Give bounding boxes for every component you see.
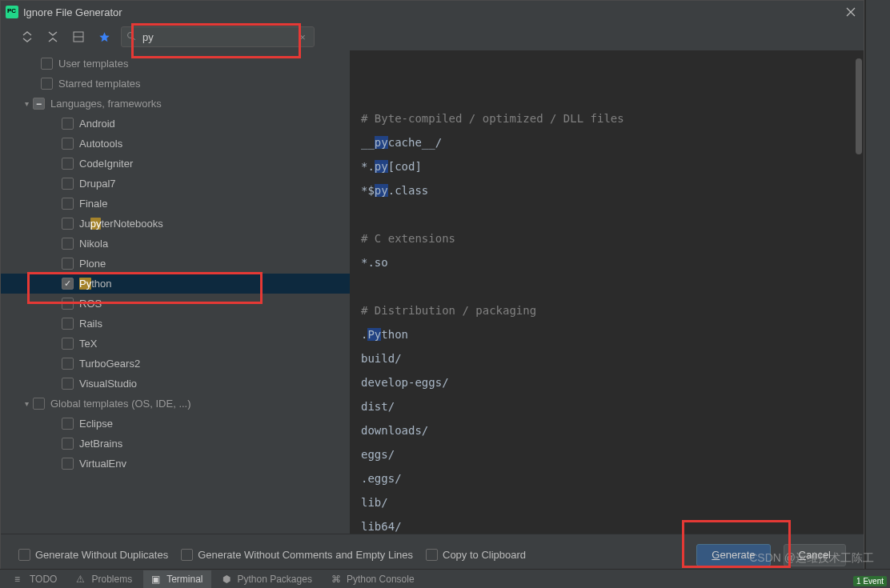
tree-global-group[interactable]: ▾ Global templates (OS, IDE, ...) [1, 394, 350, 414]
checkbox[interactable] [62, 198, 74, 210]
checkbox[interactable] [18, 549, 30, 561]
package-icon: ⬢ [222, 574, 234, 585]
checkbox[interactable] [62, 138, 74, 150]
tree-item[interactable]: TurboGears2 [1, 354, 350, 374]
expand-all-icon[interactable] [18, 28, 36, 46]
gitignore-preview[interactable]: # Byte-compiled / optimized / DLL files_… [350, 50, 864, 534]
tree-item[interactable]: VisualStudio [1, 374, 350, 394]
tree-label: Rails [79, 318, 102, 330]
tree-user-templates[interactable]: User templates [1, 54, 350, 74]
tree-item[interactable]: JupyterNotebooks [1, 214, 350, 234]
tree-label: ROS [79, 298, 102, 310]
template-tree[interactable]: User templates Starred templates ▾ Langu… [1, 50, 350, 534]
search-input[interactable] [142, 31, 296, 43]
main-split: User templates Starred templates ▾ Langu… [1, 50, 864, 534]
tree-item[interactable]: Nikola [1, 234, 350, 254]
window-title: Ignore File Generator [23, 6, 122, 18]
tree-item[interactable]: JetBrains [1, 434, 350, 454]
checkbox[interactable] [33, 98, 45, 110]
tree-label: Drupal7 [79, 178, 116, 190]
tree-item[interactable]: TeX [1, 334, 350, 354]
terminal-icon: ▣ [151, 574, 162, 585]
checkbox[interactable] [62, 178, 74, 190]
checkbox[interactable] [62, 318, 74, 330]
svg-point-2 [128, 33, 134, 38]
clear-search-icon[interactable]: × [296, 31, 309, 43]
opt-without-duplicates[interactable]: Generate Without Duplicates [18, 549, 168, 561]
checkbox[interactable] [181, 549, 193, 561]
titlebar: Ignore File Generator [1, 1, 864, 23]
warning-icon: ⚠ [76, 574, 87, 585]
tree-label: CodeIgniter [79, 158, 133, 170]
event-log-badge[interactable]: 1 Event [853, 576, 887, 586]
tree-label: Languages, frameworks [50, 98, 162, 110]
opt-without-comments[interactable]: Generate Without Comments and Empty Line… [181, 549, 413, 561]
label: Generate Without Comments and Empty Line… [198, 549, 413, 561]
star-icon[interactable] [95, 28, 113, 46]
watermark: CSDN @运维技术工陈工 [749, 551, 874, 566]
tab-todo[interactable]: ≡ TODO [6, 570, 65, 588]
tree-item[interactable]: Eclipse [1, 414, 350, 434]
checkbox[interactable] [33, 398, 45, 410]
tree-item[interactable]: Finale [1, 194, 350, 214]
tree-label: Python [79, 278, 111, 290]
checkbox[interactable] [62, 358, 74, 370]
ignore-file-generator-dialog: Ignore File Generator × Us [0, 0, 864, 576]
collapse-all-icon[interactable] [44, 28, 62, 46]
checkbox[interactable] [62, 278, 74, 290]
checkbox[interactable] [62, 438, 74, 450]
tree-label: TeX [79, 338, 97, 350]
checkbox[interactable] [62, 218, 74, 230]
python-icon: ⌘ [331, 574, 343, 585]
tree-label: Autotools [79, 138, 122, 150]
checkbox[interactable] [62, 298, 74, 310]
tree-label: Starred templates [58, 78, 141, 90]
tree-languages-group[interactable]: ▾ Languages, frameworks [1, 94, 350, 114]
template-search[interactable]: × [121, 26, 315, 47]
tree-label: VisualStudio [79, 378, 137, 390]
tree-item[interactable]: Autotools [1, 134, 350, 154]
scrollbar-thumb[interactable] [856, 58, 862, 154]
tree-label: Eclipse [79, 418, 113, 430]
checkbox[interactable] [426, 549, 438, 561]
toolbar: × [1, 23, 864, 50]
svg-line-3 [133, 38, 135, 40]
tree-label: User templates [58, 58, 128, 70]
list-icon: ≡ [14, 574, 26, 585]
tree-label: Global templates (OS, IDE, ...) [50, 398, 191, 410]
tree-item[interactable]: Rails [1, 314, 350, 334]
tree-label: Finale [79, 198, 107, 210]
tree-item[interactable]: ROS [1, 294, 350, 314]
tree-label: JupyterNotebooks [79, 218, 163, 230]
tree-item[interactable]: Android [1, 114, 350, 134]
tab-terminal[interactable]: ▣ Terminal [143, 570, 210, 588]
checkbox[interactable] [62, 338, 74, 350]
close-icon[interactable] [843, 4, 859, 20]
tree-label: VirtualEnv [79, 458, 126, 470]
checkbox[interactable] [62, 238, 74, 250]
checkbox[interactable] [62, 118, 74, 130]
checkbox[interactable] [62, 378, 74, 390]
tab-python-packages[interactable]: ⬢ Python Packages [214, 570, 320, 588]
checkbox[interactable] [62, 258, 74, 270]
tab-python-console[interactable]: ⌘ Python Console [323, 570, 423, 588]
chevron-down-icon[interactable]: ▾ [20, 99, 33, 108]
tree-label: Plone [79, 258, 106, 270]
tree-item[interactable]: Plone [1, 254, 350, 274]
checkbox[interactable] [62, 158, 74, 170]
bottom-tool-tabs: ≡ TODO ⚠ Problems ▣ Terminal ⬢ Python Pa… [0, 569, 890, 588]
tab-problems[interactable]: ⚠ Problems [68, 570, 140, 588]
tree-starred-templates[interactable]: Starred templates [1, 74, 350, 94]
checkbox[interactable] [41, 78, 53, 90]
checkbox[interactable] [62, 458, 74, 470]
tree-item[interactable]: Python [1, 274, 350, 294]
tree-item[interactable]: VirtualEnv [1, 454, 350, 474]
opt-copy-clipboard[interactable]: Copy to Clipboard [426, 549, 526, 561]
checkbox[interactable] [41, 58, 53, 70]
tree-label: JetBrains [79, 438, 122, 450]
tree-item[interactable]: CodeIgniter [1, 154, 350, 174]
tree-item[interactable]: Drupal7 [1, 174, 350, 194]
layout-icon[interactable] [70, 28, 87, 46]
chevron-down-icon[interactable]: ▾ [20, 399, 33, 408]
checkbox[interactable] [62, 418, 74, 430]
